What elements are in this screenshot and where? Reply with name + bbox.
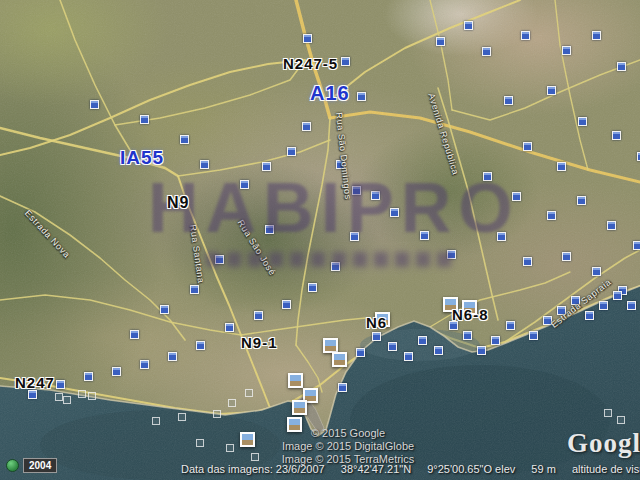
time-slider-indicator[interactable]: 2004 bbox=[6, 458, 57, 473]
google-earth-viewport[interactable]: Estrada NovaAvenida RepúblicaRua Santana… bbox=[0, 0, 640, 480]
attribution-google: © 2015 Google bbox=[248, 427, 448, 440]
road-label-n247-5: N247-5 bbox=[283, 55, 338, 72]
road-label-n9-1: N9-1 bbox=[241, 334, 278, 351]
map-attribution: © 2015 Google Image © 2015 DigitalGlobe … bbox=[248, 427, 448, 466]
road-label-ia55: IA55 bbox=[120, 147, 164, 169]
road-label-n9: N9 bbox=[167, 194, 189, 212]
elevation-readout: 59 m bbox=[531, 463, 555, 475]
view-altitude-label: altitude de visualização bbox=[572, 463, 640, 475]
road-label-layer: N247-5A16IA55N9N9-1N6N6-8N247 bbox=[0, 0, 640, 480]
latitude-readout: 38°42'47.21"N bbox=[341, 463, 411, 475]
road-label-n247: N247 bbox=[15, 374, 55, 391]
road-label-n6-8: N6-8 bbox=[452, 306, 489, 323]
attribution-digitalglobe: Image © 2015 DigitalGlobe bbox=[248, 440, 448, 453]
longitude-readout: 9°25'00.65"O elev bbox=[427, 463, 515, 475]
google-logo: Google bbox=[567, 428, 640, 459]
imagery-year-badge[interactable]: 2004 bbox=[23, 458, 57, 473]
road-label-n6: N6 bbox=[366, 314, 387, 331]
status-bar: Data das imagens: 23/6/2007 38°42'47.21"… bbox=[181, 463, 640, 475]
imagery-date: Data das imagens: 23/6/2007 bbox=[181, 463, 325, 475]
clock-icon bbox=[6, 459, 19, 472]
road-label-a16: A16 bbox=[310, 82, 350, 105]
